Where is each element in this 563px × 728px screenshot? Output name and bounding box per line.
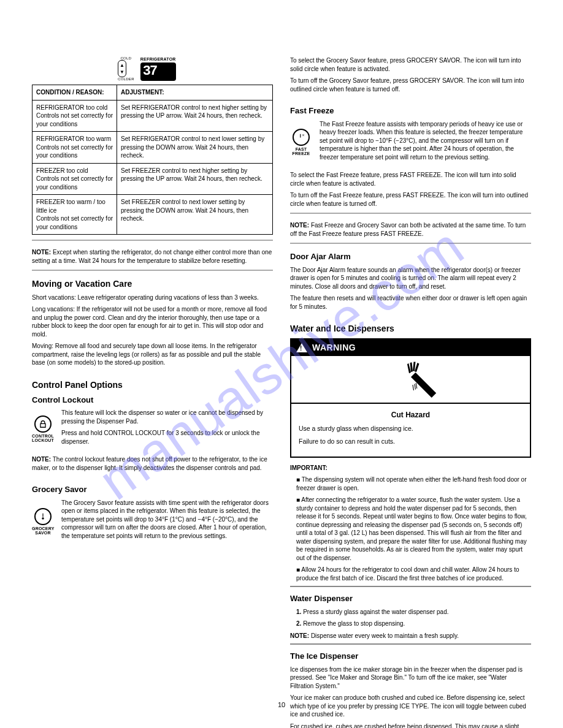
thermometer-glyph-icon — [39, 512, 47, 521]
savor-subtitle: Grocery Savor — [32, 484, 273, 495]
control-panel-options-title: Control Panel Options — [32, 379, 273, 391]
ff-on: To select the Fast Freeze feature, press… — [290, 171, 531, 188]
svg-point-0 — [42, 517, 44, 520]
lockout-p2: Press and hold CONTROL LOCKOUT for 3 sec… — [61, 429, 273, 446]
cell: Set FREEZER control to next higher setti… — [117, 163, 273, 195]
divider — [290, 643, 531, 645]
th-adjustment: ADJUSTMENT: — [117, 85, 273, 100]
vacation-p2: Long vacations: If the refrigerator will… — [32, 305, 273, 338]
important-p3: ■ Allow 24 hours for the refrigerator to… — [296, 566, 531, 582]
divider — [290, 586, 531, 587]
alarm-title: Door Ajar Alarm — [290, 251, 531, 262]
important-heading: IMPORTANT: — [290, 464, 531, 472]
important-p1: ■ The dispensing system will not operate… — [296, 476, 531, 492]
warning-triangle-icon — [296, 343, 307, 352]
vacation-p3: Moving: Remove all food and securely tap… — [32, 342, 273, 367]
temperature-display: 37 — [140, 63, 176, 81]
warn-line-1: Use a sturdy glass when dispensing ice. — [299, 424, 523, 433]
ff-p: The Fast Freeze feature assists with tem… — [320, 120, 531, 162]
lockout-subtitle: Control Lockout — [32, 395, 273, 406]
wd-step-2: 2. Remove the glass to stop dispensing. — [296, 620, 531, 628]
savor-icon-block: GROCERY SAVOR The Grocery Savor feature … — [32, 499, 273, 544]
up-arrow-icon[interactable]: ▲ — [120, 63, 124, 68]
warning-label: WARNING — [312, 342, 356, 354]
cold-label: COLD — [118, 56, 134, 60]
wd-note: NOTE: Dispense water every week to maint… — [290, 632, 531, 640]
ice-dispenser-title: The Ice Dispenser — [290, 651, 531, 662]
cell: Set FREEZER control to next lower settin… — [117, 195, 273, 235]
thermometer-icon: GROCERY SAVOR — [32, 508, 54, 535]
ff-note: NOTE: Fast Freeze and Grocery Savor can … — [290, 221, 531, 238]
fastfreeze-icon-block: FAST FREEZE The Fast Freeze feature assi… — [290, 120, 531, 165]
right-column: To select the Grocery Savor feature, pre… — [290, 56, 531, 728]
down-arrow-icon[interactable]: ▼ — [120, 70, 124, 75]
lock-icon: CONTROL LOCKOUT — [32, 415, 54, 442]
warning-header: WARNING — [291, 339, 530, 356]
alarm-p1: The Door Ajar Alarm feature sounds an al… — [290, 266, 531, 291]
warning-box: WARNING Cut Hazard Use a sturdy glass wh… — [290, 338, 531, 458]
cut-hazard-heading: Cut Hazard — [299, 410, 523, 420]
lockout-note: NOTE: The control lockout feature does n… — [32, 455, 273, 472]
warning-body: Cut Hazard Use a sturdy glass when dispe… — [291, 404, 530, 457]
divider — [290, 213, 531, 214]
id-p3: For crushed ice, cubes are crushed befor… — [290, 722, 531, 728]
colder-label: COLDER — [118, 77, 134, 81]
panel-right: REFRIGERATOR 37 — [140, 56, 176, 80]
cell: FREEZER too cold Controls not set correc… — [33, 163, 117, 195]
th-condition: CONDITION / REASON: — [33, 85, 117, 100]
cell: Set REFRIGERATOR control to next higher … — [117, 100, 273, 132]
divider — [32, 240, 273, 241]
page: COLD ▲ ▼ COLDER REFRIGERATOR 37 CONDITIO… — [0, 0, 563, 728]
vacation-p1: Short vacations: Leave refrigerator oper… — [32, 294, 273, 302]
condition-table: CONDITION / REASON: ADJUSTMENT: REFRIGER… — [32, 85, 273, 235]
id-p1: Ice dispenses from the ice maker storage… — [290, 665, 531, 691]
important-p2: ■ After connecting the refrigerator to a… — [296, 496, 531, 562]
cell: REFRIGERATOR too cold Controls not set c… — [33, 100, 117, 132]
wd-step-1: 1. Press a sturdy glass against the wate… — [296, 608, 531, 616]
cell: FREEZER too warm / too little ice Contro… — [33, 195, 117, 235]
warn-line-2: Failure to do so can result in cuts. — [299, 437, 523, 446]
fastfreeze-title: Fast Freeze — [290, 105, 531, 116]
divider — [290, 243, 531, 244]
table-row: FREEZER too cold Controls not set correc… — [33, 163, 273, 195]
water-dispenser-title: Water Dispenser — [290, 593, 531, 604]
lockout-icon-block: CONTROL LOCKOUT This feature will lock t… — [32, 409, 273, 449]
warning-graphic — [291, 356, 530, 404]
dispensers-title: Water and Ice Dispensers — [290, 323, 531, 335]
alarm-p2: The feature then resets and will reactiv… — [290, 294, 531, 311]
gs-on: To select the Grocery Savor feature, pre… — [290, 56, 531, 73]
padlock-icon — [39, 420, 47, 428]
temperature-panel: COLD ▲ ▼ COLDER REFRIGERATOR 37 — [118, 56, 273, 81]
snowflake-thermo-icon — [297, 133, 305, 142]
ff-off: To turn off the Fast Freeze feature, pre… — [290, 191, 531, 208]
divider — [32, 270, 273, 271]
table-row: REFRIGERATOR too warm Controls not set c… — [33, 132, 273, 164]
refrigerator-label: REFRIGERATOR — [140, 56, 176, 62]
note-temp: NOTE: Except when starting the refrigera… — [32, 248, 273, 265]
table-row: REFRIGERATOR too cold Controls not set c… — [33, 100, 273, 132]
cell: REFRIGERATOR too warm Controls not set c… — [33, 132, 117, 164]
left-column: COLD ▲ ▼ COLDER REFRIGERATOR 37 CONDITIO… — [32, 56, 273, 728]
cut-hand-icon — [383, 361, 439, 398]
id-p2: Your ice maker can produce both crushed … — [290, 694, 531, 719]
gs-off: To turn off the Grocery Savor feature, p… — [290, 77, 531, 93]
cell: Set REFRIGERATOR control to next lower s… — [117, 132, 273, 164]
arrow-buttons[interactable]: ▲ ▼ — [118, 60, 126, 77]
vacation-title: Moving or Vacation Care — [32, 278, 273, 290]
savor-p: The Grocery Savor feature assists with t… — [61, 499, 273, 540]
page-number: 10 — [278, 700, 285, 710]
arrow-column: COLD ▲ ▼ COLDER — [118, 56, 134, 81]
fast-freeze-icon: FAST FREEZE — [290, 129, 312, 156]
table-row: FREEZER too warm / too little ice Contro… — [33, 195, 273, 235]
lockout-p1: This feature will lock the dispenser so … — [61, 409, 273, 425]
